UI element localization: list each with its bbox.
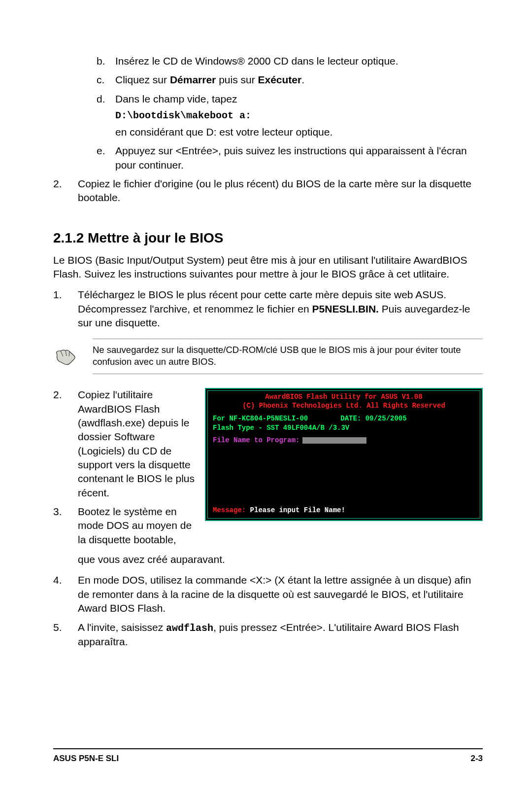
bios-msg-text: Please input File Name! (246, 506, 345, 514)
text: Copiez l'utilitaire AwardBIOS Flash (awd… (78, 388, 195, 500)
bios-input-cursor (302, 437, 366, 444)
footer-left: ASUS P5N-E SLI (53, 753, 119, 765)
sublist-abc: b. Insérez le CD de Windows® 2000 CD dan… (97, 54, 483, 172)
main-step-3-left: 3. Bootez le système en mode DOS au moye… (53, 505, 195, 547)
text: Cliquez sur Démarrer puis sur Exécuter. (115, 73, 483, 87)
bold: P5NESLI.BIN. (312, 303, 379, 314)
text: A l'invite, saisissez awdflash, puis pre… (78, 621, 483, 649)
text: Bootez le système en mode DOS au moyen d… (78, 505, 195, 547)
marker: 4. (53, 573, 78, 615)
section-heading: 2.1.2 Mettre à jour le BIOS (53, 229, 483, 247)
main-step-3-continuation: que vous avez créé auparavant. (78, 553, 483, 566)
bold: Démarrer (170, 74, 216, 85)
intro-paragraph: Le BIOS (Basic Input/Output System) peut… (53, 253, 483, 281)
bios-utility-screenshot: AwardBIOS Flash Utility for ASUS V1.08 (… (205, 388, 483, 521)
sub-item-c: c. Cliquez sur Démarrer puis sur Exécute… (97, 73, 483, 87)
footer-page: 2-3 (470, 753, 483, 765)
bios-board: For NF-KC804-P5NESLI-00 (213, 415, 308, 422)
note-block: Ne sauvegardez sur la disquette/CD-ROM/c… (53, 339, 483, 374)
bold: awdflash (166, 623, 213, 634)
main-step-4: 4. En mode DOS, utilisez la commande <X:… (53, 573, 483, 615)
marker: 2. (53, 388, 78, 500)
top-step-2: 2. Copiez le fichier d'origine (ou le pl… (53, 177, 483, 205)
bios-title: AwardBIOS Flash Utility for ASUS V1.08 (213, 393, 475, 402)
bold2: Exécuter (258, 74, 302, 85)
line1: Dans le champ vide, tapez (115, 92, 483, 106)
hand-pointing-icon (53, 345, 78, 369)
bios-inner: AwardBIOS Flash Utility for ASUS V1.08 (… (207, 390, 480, 519)
marker: 2. (53, 177, 78, 205)
post: . (301, 74, 304, 85)
marker: c. (97, 73, 115, 87)
marker: e. (97, 144, 115, 172)
sub-item-d: d. Dans le champ vide, tapez D:\bootdisk… (97, 92, 483, 139)
bios-line1: For NF-KC804-P5NESLI-00DATE: 09/25/2005 (213, 414, 475, 423)
marker: d. (97, 92, 115, 139)
bios-copyright: (C) Phoenix Technologies Ltd. All Rights… (213, 402, 475, 411)
sub-item-e: e. Appuyez sur <Entrée>, puis suivez les… (97, 144, 483, 172)
marker: 5. (53, 621, 78, 649)
left-column: 2. Copiez l'utilitaire AwardBIOS Flash (… (53, 388, 195, 552)
bios-msg-label: Message: (213, 506, 246, 514)
bios-message: Message: Please input File Name! (213, 506, 345, 515)
command: D:\bootdisk\makeboot a: (115, 109, 483, 122)
bios-prompt-label: File Name to Program: (213, 436, 299, 444)
marker: 1. (53, 288, 78, 330)
line3: en considérant que D: est votre lecteur … (115, 125, 483, 139)
main-step-2: 2. Copiez l'utilitaire AwardBIOS Flash (… (53, 388, 195, 500)
text: Insérez le CD de Windows® 2000 CD dans l… (115, 54, 483, 68)
bios-header: AwardBIOS Flash Utility for ASUS V1.08 (… (213, 393, 475, 410)
text: En mode DOS, utilisez la commande <X:> (… (78, 573, 483, 615)
text: Téléchargez le BIOS le plus récent pour … (78, 288, 483, 330)
bios-date: DATE: 09/25/2005 (340, 414, 406, 423)
note-text: Ne sauvegardez sur la disquette/CD-ROM/c… (93, 339, 483, 374)
sub-item-b: b. Insérez le CD de Windows® 2000 CD dan… (97, 54, 483, 68)
bios-prompt: File Name to Program: (213, 436, 475, 445)
pre: A l'invite, saisissez (78, 622, 166, 633)
main-step-1: 1. Téléchargez le BIOS le plus récent po… (53, 288, 483, 330)
text: Copiez le fichier d'origine (ou le plus … (78, 177, 483, 205)
marker: b. (97, 54, 115, 68)
text: Appuyez sur <Entrée>, puis suivez les in… (115, 144, 483, 172)
page-footer: ASUS P5N-E SLI 2-3 (53, 748, 483, 765)
main-step-5: 5. A l'invite, saisissez awdflash, puis … (53, 621, 483, 649)
two-column-section: 2. Copiez l'utilitaire AwardBIOS Flash (… (53, 388, 483, 552)
marker: 3. (53, 505, 78, 547)
mid: puis sur (216, 74, 258, 85)
bios-line2: Flash Type - SST 49LF004A/B /3.3V (213, 423, 475, 433)
text: Dans le champ vide, tapez D:\bootdisk\ma… (115, 92, 483, 139)
text: que vous avez créé auparavant. (78, 554, 225, 565)
pre: Cliquez sur (115, 74, 170, 85)
